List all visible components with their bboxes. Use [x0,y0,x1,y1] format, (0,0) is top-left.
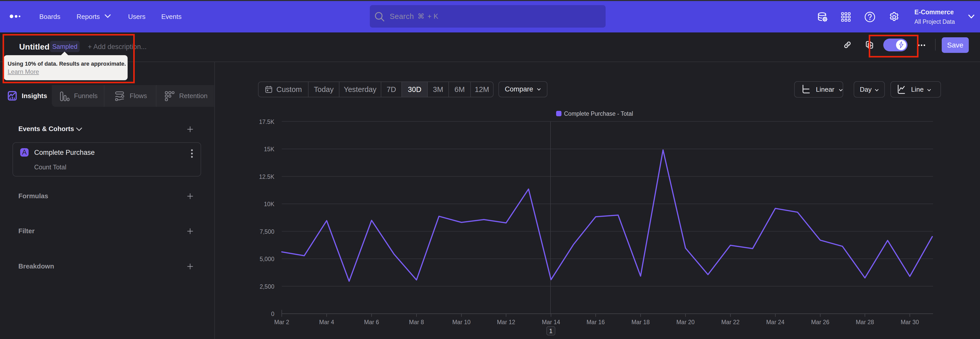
svg-text:Mar 18: Mar 18 [632,319,650,325]
svg-text:2,500: 2,500 [259,283,274,290]
svg-text:Mar 4: Mar 4 [319,319,334,325]
svg-text:Mar 30: Mar 30 [900,319,919,325]
svg-text:5,000: 5,000 [259,256,274,262]
svg-text:Mar 14: Mar 14 [542,319,560,325]
svg-text:12.5K: 12.5K [259,173,275,180]
svg-text:Mar 28: Mar 28 [856,319,874,325]
svg-text:Mar 8: Mar 8 [409,319,424,325]
svg-text:Mar 20: Mar 20 [676,319,695,325]
svg-text:15K: 15K [264,146,275,152]
svg-text:17.5K: 17.5K [259,118,275,125]
svg-text:Mar 22: Mar 22 [721,319,740,325]
svg-text:Mar 6: Mar 6 [364,319,379,325]
svg-text:Mar 24: Mar 24 [766,319,784,325]
svg-text:Mar 2: Mar 2 [274,319,290,325]
svg-text:Mar 12: Mar 12 [497,319,515,325]
svg-text:7,500: 7,500 [259,229,274,235]
svg-text:0: 0 [271,311,274,317]
svg-text:Mar 26: Mar 26 [811,319,829,325]
svg-text:Mar 16: Mar 16 [587,319,605,325]
svg-text:10K: 10K [264,201,275,208]
svg-text:Mar 10: Mar 10 [452,319,471,325]
